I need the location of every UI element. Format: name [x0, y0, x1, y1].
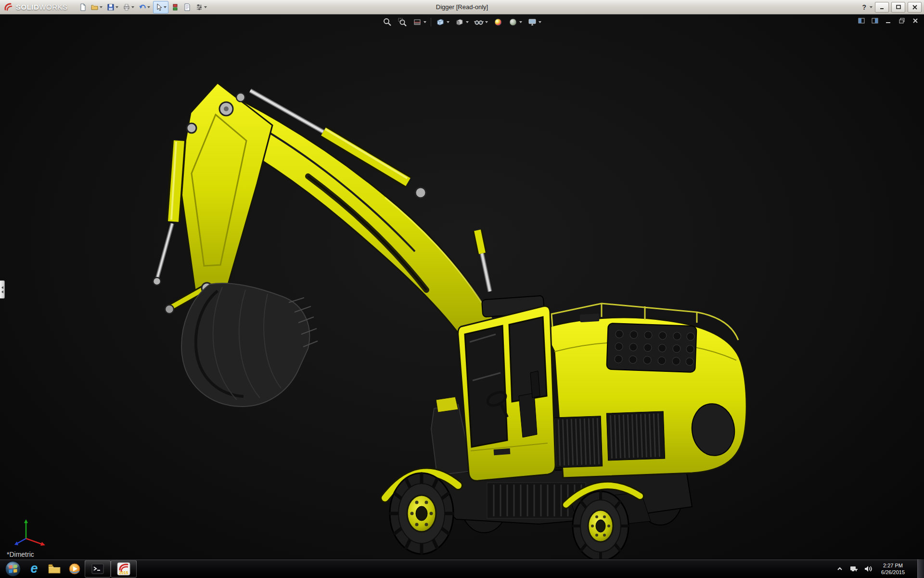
solidworks-logo-icon	[4, 2, 13, 12]
maximize-icon	[896, 4, 901, 10]
clock-time: 2:27 PM	[881, 562, 905, 569]
brand-text: SOLIDWORKS	[16, 3, 68, 11]
bucket	[181, 283, 318, 407]
folder-icon	[48, 563, 61, 575]
taskbar-clock[interactable]: 2:27 PM 6/26/2015	[878, 562, 908, 576]
help-dropdown-arrow[interactable]	[870, 6, 873, 8]
save-button[interactable]	[105, 1, 120, 13]
minimize-button[interactable]	[875, 2, 889, 13]
hidden-icons-chevron[interactable]	[836, 565, 844, 573]
save-icon	[107, 3, 115, 11]
options-icon	[195, 3, 203, 11]
open-dropdown-arrow[interactable]	[100, 6, 103, 8]
taskbar-media-player[interactable]	[64, 560, 85, 578]
side-grille-2	[606, 411, 665, 460]
window-title: Digger [Read-only]	[436, 3, 488, 11]
command-prompt-icon	[91, 564, 104, 574]
engine-hatch	[606, 323, 696, 372]
volume-icon[interactable]	[864, 565, 873, 573]
rear-wheel	[573, 491, 629, 559]
minimize-icon	[879, 4, 885, 10]
taskbar-solidworks[interactable]: 2015	[111, 560, 137, 578]
system-tray: 2:27 PM 6/26/2015	[836, 559, 924, 578]
options-dropdown-arrow[interactable]	[204, 6, 207, 8]
front-wheel	[390, 473, 453, 554]
taskbar: e 2015	[0, 559, 924, 578]
undo-button[interactable]	[137, 1, 152, 13]
open-button[interactable]	[90, 1, 104, 13]
rebuild-icon	[171, 3, 179, 11]
media-player-icon	[68, 563, 81, 575]
rebuild-button[interactable]	[170, 1, 180, 13]
boom-lift-cylinder	[477, 230, 490, 291]
clock-date: 6/26/2015	[881, 569, 905, 576]
open-folder-icon	[91, 3, 99, 11]
reference-triad	[13, 518, 46, 547]
windshield	[465, 326, 507, 447]
view-orientation-label: *Dimetric	[7, 551, 34, 558]
solidworks-taskbar-icon: 2015	[117, 562, 130, 576]
print-dropdown-arrow[interactable]	[131, 6, 134, 8]
standard-toolbar	[77, 1, 208, 13]
start-button[interactable]	[5, 561, 21, 577]
file-properties-button[interactable]	[182, 1, 192, 13]
select-cursor-icon	[155, 3, 163, 11]
internet-explorer-icon: e	[30, 562, 38, 575]
side-window	[509, 317, 547, 402]
taskbar-internet-explorer[interactable]: e	[24, 560, 44, 578]
close-button[interactable]	[908, 2, 922, 13]
network-icon[interactable]	[849, 565, 858, 573]
save-dropdown-arrow[interactable]	[116, 6, 118, 8]
solidworks-brand: SOLIDWORKS	[0, 2, 73, 12]
taskbar-command-prompt[interactable]	[85, 560, 111, 578]
titlebar-right: ?	[862, 2, 924, 13]
graphics-viewport[interactable]: *Dimetric	[0, 14, 924, 559]
maximize-button[interactable]	[891, 2, 905, 13]
bucket-cylinder	[157, 141, 179, 279]
new-document-icon	[79, 3, 87, 11]
taskbar-windows-explorer[interactable]	[44, 560, 64, 578]
undo-icon	[139, 3, 146, 11]
excavator-model[interactable]	[0, 14, 924, 559]
print-button[interactable]	[121, 1, 136, 13]
select-dropdown-arrow[interactable]	[164, 6, 167, 8]
help-button[interactable]: ?	[862, 3, 866, 11]
new-document-button[interactable]	[77, 1, 88, 13]
titlebar[interactable]: SOLIDWORKS	[0, 0, 924, 14]
undo-dropdown-arrow[interactable]	[147, 6, 150, 8]
select-button[interactable]	[153, 1, 168, 13]
options-button[interactable]	[194, 1, 208, 13]
print-icon	[123, 3, 130, 11]
close-icon	[912, 4, 918, 10]
cab	[458, 296, 555, 481]
solidworks-year-badge: 2015	[119, 570, 128, 575]
task-pane-collapsed-tab[interactable]	[0, 280, 5, 299]
upper-body	[537, 303, 746, 478]
file-properties-icon	[183, 3, 191, 11]
windows-start-icon	[5, 561, 21, 577]
show-desktop-button[interactable]	[917, 559, 924, 578]
